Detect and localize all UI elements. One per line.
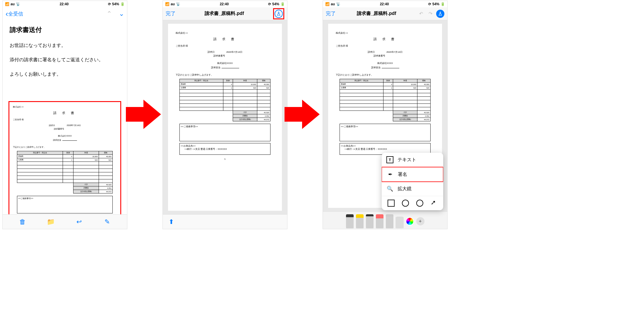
ruler-tool[interactable]: [396, 217, 403, 228]
invoice-date-label: 請求日: [49, 124, 55, 127]
popup-signature-label: 署名: [398, 171, 407, 178]
signal-icon: 📶: [5, 2, 9, 6]
pdf-filename: 請求書_原稿料.pdf: [357, 11, 396, 17]
invoice-title: 請 求 書: [13, 111, 117, 115]
mail-subject: 請求書送付: [10, 26, 120, 34]
shape-speech-button[interactable]: [416, 200, 423, 207]
back-button[interactable]: ‹全受信: [6, 9, 23, 18]
reply-icon[interactable]: ↩: [74, 218, 84, 226]
chevron-left-icon: ‹: [6, 9, 8, 18]
prev-message-button[interactable]: ⌃: [107, 10, 112, 18]
popup-magnifier-button[interactable]: 🔍拡大鏡: [382, 182, 443, 196]
invoice-pic-label: 請求担当: [53, 139, 61, 141]
magnifier-icon: 🔍: [386, 185, 393, 192]
pdf-canvas[interactable]: 株式会社○× 請 求 書 ご担当者 様 請求日2020年7月14日 請求書番号 …: [163, 20, 287, 214]
mail-text-line: お世話になっております。: [10, 41, 120, 50]
invoice-preview: 株式会社○× 請 求 書 ご担当者 様 請求日2020年7月14日 請求書番号 …: [13, 106, 117, 213]
screenshot-mail: 📶 au 📡 22:40 ⟳ 54% 🔋 ‹全受信 ⌃ ⌄ 請求書送付 お世話に…: [2, 1, 127, 229]
back-label: 全受信: [8, 11, 23, 17]
clock-label: 22:40: [60, 2, 69, 6]
done-button[interactable]: 完了: [166, 10, 176, 17]
share-icon[interactable]: ⬆: [169, 218, 174, 226]
pen-tool[interactable]: [346, 214, 354, 228]
svg-marker-1: [285, 100, 320, 129]
pdf-toolbar: ⬆: [163, 214, 287, 229]
screenshot-pdf-viewer: 📶 au 📡 22:40 ⟳ 54% 🔋 完了 請求書_原稿料.pdf 株式会社…: [162, 1, 287, 229]
popup-text-label: テキスト: [398, 157, 416, 163]
shape-square-button[interactable]: [388, 200, 395, 207]
lasso-tool[interactable]: [386, 214, 393, 228]
arrow-icon: [285, 100, 320, 129]
shape-arrow-button[interactable]: ➚: [431, 200, 438, 207]
mail-navbar: ‹全受信 ⌃ ⌄: [3, 7, 127, 20]
invoice-table: 商品番号・商品名数量単価価格 原稿料410,00040,000 交通費15205…: [17, 151, 113, 193]
pdf-navbar: 完了 請求書_原稿料.pdf: [163, 7, 287, 20]
popup-signature-button[interactable]: ✒署名: [382, 167, 443, 182]
redo-icon[interactable]: ↷: [427, 10, 434, 17]
invoice-client: 株式会社XXXX: [13, 135, 117, 137]
status-bar: 📶 au 📡 22:40 ⟳ 54% 🔋: [163, 1, 287, 7]
mail-body: 請求書送付 お世話になっております。 添付の請求書に署名をしてご返送ください。 …: [3, 20, 127, 89]
popup-text-button[interactable]: Tテキスト: [382, 153, 443, 167]
popup-magnifier-label: 拡大鏡: [398, 186, 412, 192]
compose-icon[interactable]: ✎: [102, 218, 112, 226]
arrow-icon: [126, 100, 161, 129]
done-button[interactable]: 完了: [326, 10, 336, 17]
invoice-number-label: 請求書番号: [54, 128, 64, 130]
signature-icon: ✒: [387, 171, 394, 178]
shape-circle-button[interactable]: [402, 200, 409, 207]
svg-marker-0: [126, 100, 161, 129]
folder-icon[interactable]: 📁: [46, 218, 55, 226]
invoice-from: 株式会社○×: [13, 106, 117, 108]
pencil-tool[interactable]: [366, 214, 374, 228]
pdf-page: 株式会社○× 請 求 書 ご担当者 様 請求日2020年7月14日 請求書番号 …: [168, 24, 282, 211]
markup-tool-toolbar: +: [323, 211, 447, 229]
eraser-tool[interactable]: [376, 214, 383, 228]
markup-icon[interactable]: [436, 10, 444, 18]
add-button[interactable]: +: [416, 217, 424, 225]
invoice-notes: <<ご連絡事項>>: [17, 196, 113, 213]
invoice-recipient: ご担当者 様: [13, 118, 117, 121]
status-bar: 📶 au 📡 22:40 ⟳ 54% 🔋: [3, 1, 127, 7]
battery-label: 54%: [112, 2, 119, 6]
text-icon: T: [386, 156, 393, 163]
marker-tool[interactable]: [356, 214, 364, 228]
screenshot-markup: 📶 au 📡 22:40 ⟳ 54% 🔋 完了 請求書_原稿料.pdf ↶ ↷ …: [323, 1, 448, 229]
color-picker-button[interactable]: [406, 217, 414, 225]
markup-button-highlight: [273, 8, 284, 19]
wifi-icon: 📡: [16, 2, 20, 6]
markup-navbar: 完了 請求書_原稿料.pdf ↶ ↷: [323, 7, 447, 20]
trash-icon[interactable]: 🗑: [18, 218, 27, 226]
next-message-button[interactable]: ⌄: [119, 10, 124, 18]
markup-icon[interactable]: [275, 10, 283, 18]
status-bar: 📶 au 📡 22:40 ⟳ 54% 🔋: [323, 1, 447, 7]
battery-icon: 🔋: [120, 2, 125, 6]
mail-text-line: 添付の請求書に署名をしてご返送ください。: [10, 56, 120, 64]
pdf-filename: 請求書_原稿料.pdf: [205, 11, 244, 17]
mail-toolbar: 🗑 📁 ↩ ✎: [3, 214, 127, 229]
add-popup: Tテキスト ✒署名 🔍拡大鏡 ➚: [382, 153, 443, 210]
mail-text-line: よろしくお願いします。: [10, 70, 120, 79]
invoice-date: 2020年7月14日: [67, 124, 81, 127]
carrier-label: au: [11, 2, 15, 6]
undo-icon[interactable]: ↶: [417, 10, 424, 17]
popup-shapes-row: ➚: [382, 196, 443, 210]
invoice-intro: 下記のとおりご請求申し上げます。: [13, 146, 117, 149]
pdf-attachment[interactable]: 株式会社○× 請 求 書 ご担当者 様 請求日2020年7月14日 請求書番号 …: [8, 101, 121, 220]
